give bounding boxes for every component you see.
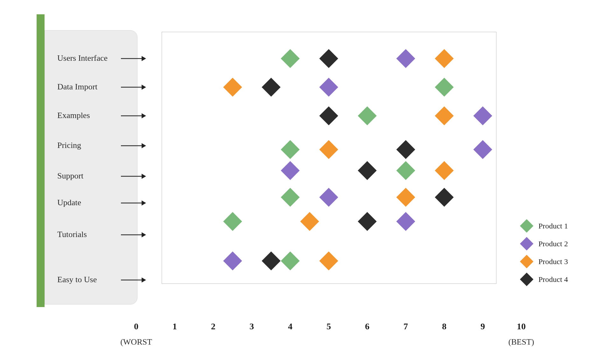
category-label: Tutorials bbox=[57, 230, 87, 239]
arrow-right-icon bbox=[121, 83, 147, 91]
x-tick-label: 1 bbox=[172, 321, 177, 332]
x-tick-label: 5 bbox=[327, 321, 331, 332]
category-label: Users Interface bbox=[57, 53, 108, 63]
svg-marker-5 bbox=[142, 113, 146, 118]
x-tick-label: 3 bbox=[249, 321, 254, 332]
svg-marker-3 bbox=[142, 85, 146, 90]
x-tick-label: 0 bbox=[134, 321, 138, 332]
x-tick-label: 2 bbox=[211, 321, 215, 332]
legend-label: Product 2 bbox=[538, 240, 568, 248]
chart-root: Users InterfaceData ImportExamplesPricin… bbox=[0, 0, 611, 364]
category-label: Support bbox=[57, 171, 83, 181]
axis-label-worst: (WORST bbox=[120, 337, 152, 347]
x-tick-label: 10 bbox=[517, 321, 526, 332]
legend-swatch-icon bbox=[520, 237, 533, 250]
category-label: Update bbox=[57, 198, 81, 207]
category-label: Pricing bbox=[57, 141, 81, 150]
category-panel bbox=[45, 30, 137, 304]
svg-marker-15 bbox=[142, 277, 146, 283]
legend-swatch-icon bbox=[520, 219, 533, 233]
category-label: Data Import bbox=[57, 82, 97, 92]
arrow-right-icon bbox=[121, 55, 147, 62]
category-label: Examples bbox=[57, 111, 90, 120]
legend-label: Product 1 bbox=[538, 222, 568, 230]
legend-item: Product 4 bbox=[522, 270, 568, 288]
arrow-right-icon bbox=[121, 142, 147, 150]
arrow-right-icon bbox=[121, 231, 147, 239]
legend-label: Product 4 bbox=[538, 275, 568, 284]
arrow-right-icon bbox=[121, 172, 147, 180]
legend-swatch-icon bbox=[520, 255, 533, 268]
legend-label: Product 3 bbox=[538, 257, 568, 266]
svg-marker-1 bbox=[142, 56, 146, 61]
x-tick-label: 9 bbox=[481, 321, 485, 332]
x-tick-label: 8 bbox=[442, 321, 446, 332]
category-label: Easy to Use bbox=[57, 275, 97, 284]
legend-item: Product 3 bbox=[522, 253, 568, 270]
svg-marker-11 bbox=[142, 200, 146, 206]
legend-item: Product 2 bbox=[522, 235, 568, 253]
svg-marker-13 bbox=[142, 232, 146, 237]
axis-label-best: (BEST) bbox=[509, 337, 534, 347]
legend: Product 1Product 2Product 3Product 4 bbox=[522, 217, 568, 288]
accent-bar bbox=[37, 14, 45, 307]
svg-marker-7 bbox=[142, 143, 146, 148]
arrow-right-icon bbox=[121, 276, 147, 284]
x-tick-label: 6 bbox=[365, 321, 369, 332]
arrow-right-icon bbox=[121, 199, 147, 207]
arrow-right-icon bbox=[121, 112, 147, 120]
svg-marker-9 bbox=[142, 174, 146, 179]
x-tick-label: 7 bbox=[404, 321, 408, 332]
legend-item: Product 1 bbox=[522, 217, 568, 235]
x-tick-label: 4 bbox=[288, 321, 292, 332]
legend-swatch-icon bbox=[520, 273, 533, 286]
